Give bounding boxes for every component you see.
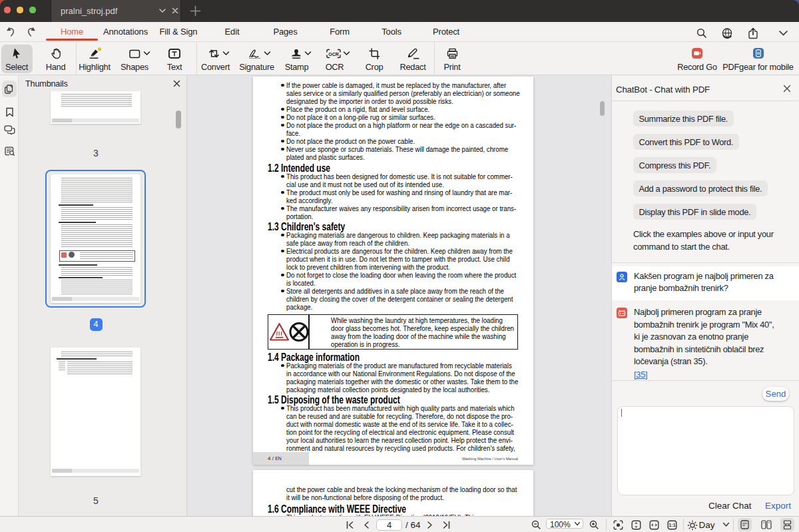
- svg-text:OCR: OCR: [328, 52, 339, 57]
- svg-text:1:1: 1:1: [668, 522, 675, 528]
